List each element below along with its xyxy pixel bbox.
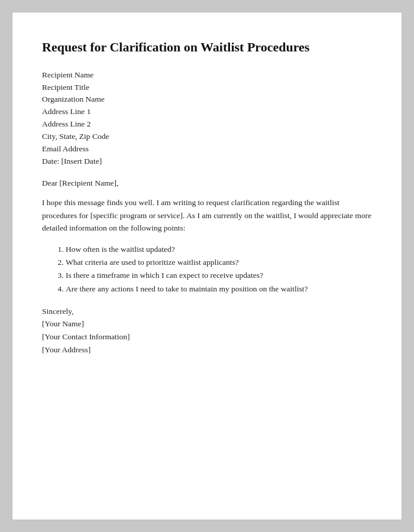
closing-contact: [Your Contact Information] (42, 330, 372, 343)
question-1: How often is the waitlist updated? (66, 243, 372, 256)
email-address: Email Address (42, 143, 372, 155)
closing-word: Sincerely, (42, 305, 372, 318)
recipient-title: Recipient Title (42, 82, 372, 94)
question-2: What criteria are used to prioritize wai… (66, 256, 372, 269)
question-4: Are there any actions I need to take to … (66, 283, 372, 296)
address-line1: Address Line 1 (42, 106, 372, 118)
salutation: Dear [Recipient Name], (42, 179, 372, 188)
address-block: Recipient Name Recipient Title Organizat… (42, 69, 372, 168)
address-line2: Address Line 2 (42, 118, 372, 131)
organization-name: Organization Name (42, 93, 372, 106)
letter-title: Request for Clarification on Waitlist Pr… (42, 39, 372, 56)
letter-document: Request for Clarification on Waitlist Pr… (12, 12, 402, 520)
city-state-zip: City, State, Zip Code (42, 131, 372, 143)
body-paragraph: I hope this message finds you well. I am… (42, 196, 372, 235)
recipient-name: Recipient Name (42, 69, 372, 82)
date: Date: [Insert Date] (42, 155, 372, 168)
closing-address: [Your Address] (42, 343, 372, 356)
closing-block: Sincerely, [Your Name] [Your Contact Inf… (42, 305, 372, 356)
closing-name: [Your Name] (42, 317, 372, 330)
question-3: Is there a timeframe in which I can expe… (66, 269, 372, 282)
questions-list: How often is the waitlist updated? What … (66, 243, 372, 296)
